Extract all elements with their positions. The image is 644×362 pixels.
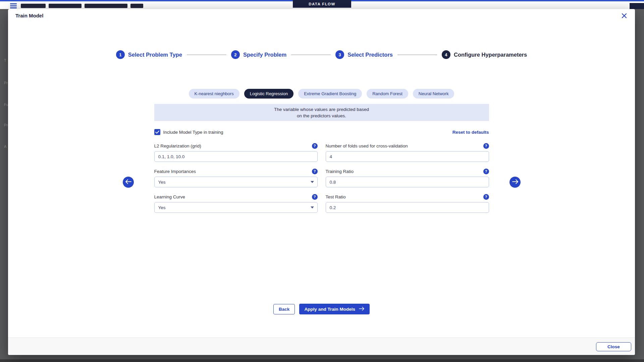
tab-neural-network[interactable]: Neural Network xyxy=(413,89,454,99)
step-specify-problem[interactable]: 2 Specify Problem xyxy=(231,50,286,59)
step-number-badge: 1 xyxy=(116,50,125,59)
l2-regularization-input[interactable] xyxy=(154,151,318,162)
apply-button-label: Apply and Train Models xyxy=(304,307,355,312)
info-banner-line: on the predictors values. xyxy=(297,113,346,119)
info-banner: The variable whose values are predicted … xyxy=(154,104,489,121)
cv-folds-input[interactable] xyxy=(326,151,489,162)
sidebar-item-fragment: Pr xyxy=(4,81,8,85)
step-number-badge: 2 xyxy=(231,50,240,59)
apply-and-train-button[interactable]: Apply and Train Models xyxy=(299,304,370,314)
step-connector xyxy=(291,55,331,55)
chevron-down-icon xyxy=(311,181,314,183)
step-select-predictors[interactable]: 3 Select Predictors xyxy=(335,50,393,59)
wizard-stepper: 1 Select Problem Type 2 Specify Problem … xyxy=(8,50,635,59)
feature-importances-select[interactable]: Yes xyxy=(154,177,318,187)
chevron-down-icon xyxy=(311,206,314,208)
test-ratio-input[interactable] xyxy=(326,202,489,213)
step-label: Select Problem Type xyxy=(128,52,182,58)
help-icon[interactable]: ? xyxy=(483,143,489,149)
help-icon[interactable]: ? xyxy=(483,194,489,200)
back-button[interactable]: Back xyxy=(273,304,295,314)
sidebar-item-fragment: T xyxy=(4,58,6,62)
check-icon xyxy=(154,129,160,135)
header-right-element xyxy=(630,3,644,9)
sidebar-item-fragment: A xyxy=(4,144,6,148)
app-title-clipped xyxy=(21,4,143,8)
step-connector xyxy=(397,55,437,55)
bottom-strip xyxy=(0,359,644,362)
select-value: Yes xyxy=(158,180,166,185)
step-configure-hyperparameters[interactable]: 4 Configure Hyperparameters xyxy=(442,50,527,59)
arrow-right-icon xyxy=(512,179,518,185)
help-icon[interactable]: ? xyxy=(312,194,318,200)
field-l2-regularization: L2 Regularization (grid) ? xyxy=(154,143,318,162)
close-button[interactable]: Close xyxy=(596,342,631,351)
field-learning-curve: Learning Curve ? Yes xyxy=(154,194,318,213)
field-label: Feature Importances xyxy=(154,169,196,174)
step-label: Specify Problem xyxy=(243,52,286,58)
field-label: Learning Curve xyxy=(154,194,185,199)
dialog-title: Train Model xyxy=(15,13,43,18)
tab-logistic-regression[interactable]: Logistic Regression xyxy=(244,89,293,99)
training-ratio-input[interactable] xyxy=(326,177,489,187)
dialog-footer: Close xyxy=(8,338,635,355)
step-number-badge: 3 xyxy=(335,50,344,59)
step-select-problem-type[interactable]: 1 Select Problem Type xyxy=(116,50,182,59)
sidebar-item-fragment: Fu xyxy=(4,103,8,107)
help-icon[interactable]: ? xyxy=(312,143,318,149)
field-feature-importances: Feature Importances ? Yes xyxy=(154,168,318,187)
help-icon[interactable]: ? xyxy=(312,169,318,174)
step-number-badge: 4 xyxy=(442,50,450,59)
step-connector xyxy=(187,55,226,55)
options-row: Include Model Type in training Reset to … xyxy=(154,128,489,136)
tab-extreme-gradient-boosting[interactable]: Extreme Gradient Boosting xyxy=(298,89,362,99)
reset-to-defaults-link[interactable]: Reset to defaults xyxy=(452,130,489,135)
train-model-dialog: Train Model 1 Select Problem Type 2 Spec… xyxy=(8,9,635,355)
info-banner-line: The variable whose values are predicted … xyxy=(274,106,369,113)
tab-k-nearest-neighbors[interactable]: K-nearest nieghbors xyxy=(189,89,239,99)
screen: DATA FLOW T Pr Fu Pre A Train Model 1 Se… xyxy=(0,0,644,362)
model-type-tabs: K-nearest nieghbors Logistic Regression … xyxy=(8,89,635,99)
step-label: Select Predictors xyxy=(347,52,393,58)
close-icon[interactable] xyxy=(620,12,628,20)
learning-curve-select[interactable]: Yes xyxy=(154,202,318,213)
arrow-left-icon xyxy=(125,179,131,185)
dialog-actions: Back Apply and Train Models xyxy=(8,304,635,314)
field-label: Test Ratio xyxy=(326,194,346,199)
arrow-right-icon xyxy=(359,307,365,312)
tab-random-forest[interactable]: Random Forest xyxy=(367,89,408,99)
field-label: Training Ratio xyxy=(326,169,354,174)
tab-data-flow[interactable]: DATA FLOW xyxy=(293,0,351,8)
field-label: L2 Regularization (grid) xyxy=(154,143,201,148)
previous-model-button[interactable] xyxy=(123,177,134,188)
field-cv-folds: Number of folds used for cross-validatio… xyxy=(326,143,489,162)
next-model-button[interactable] xyxy=(509,177,521,188)
field-label: Number of folds used for cross-validatio… xyxy=(326,143,408,148)
help-icon[interactable]: ? xyxy=(483,169,489,174)
hyperparameter-form: L2 Regularization (grid) ? Number of fol… xyxy=(154,143,489,213)
include-checkbox-label: Include Model Type in training xyxy=(163,130,223,135)
field-test-ratio: Test Ratio ? xyxy=(326,194,489,213)
include-model-type-checkbox[interactable]: Include Model Type in training xyxy=(154,129,223,135)
step-label: Configure Hyperparameters xyxy=(454,52,527,58)
menu-icon[interactable] xyxy=(10,3,17,8)
select-value: Yes xyxy=(158,205,166,210)
field-training-ratio: Training Ratio ? xyxy=(326,168,489,187)
